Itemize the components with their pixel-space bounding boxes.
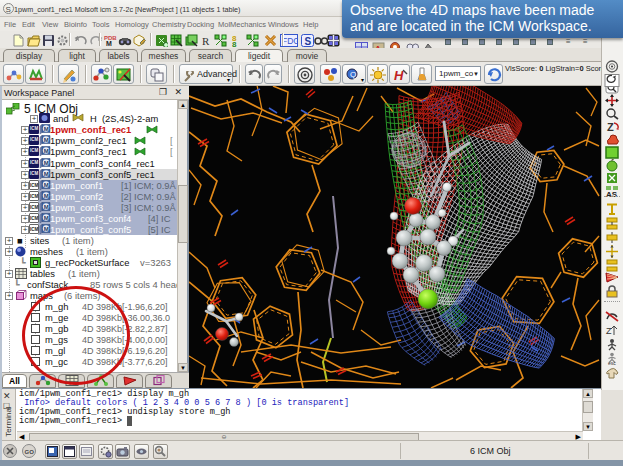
svg-text:FDG: FDG bbox=[282, 36, 298, 46]
svg-text:M: M bbox=[44, 126, 49, 132]
svg-text:8: 8 bbox=[232, 40, 237, 47]
svg-text:S: S bbox=[305, 36, 312, 47]
svg-text:Z: Z bbox=[606, 326, 612, 336]
svg-text:M: M bbox=[44, 160, 49, 166]
svg-text:M: M bbox=[44, 148, 49, 154]
svg-text:AS: AS bbox=[606, 190, 618, 198]
svg-text:M: M bbox=[44, 204, 49, 210]
svg-text:R: R bbox=[202, 35, 210, 47]
svg-text:esc: esc bbox=[608, 360, 616, 365]
svg-text:H: H bbox=[394, 68, 404, 83]
svg-text:GO: GO bbox=[25, 449, 35, 455]
svg-text:M: M bbox=[44, 193, 49, 199]
svg-text:M: M bbox=[106, 40, 112, 47]
svg-text:S: S bbox=[6, 5, 11, 14]
svg-text:M: M bbox=[44, 226, 49, 232]
svg-text:M: M bbox=[44, 171, 49, 177]
svg-text:M: M bbox=[44, 215, 49, 221]
svg-text:M: M bbox=[44, 137, 49, 143]
svg-text:Q: Q bbox=[350, 70, 356, 79]
svg-text:Z: Z bbox=[607, 121, 614, 133]
svg-text:M: M bbox=[44, 182, 49, 188]
